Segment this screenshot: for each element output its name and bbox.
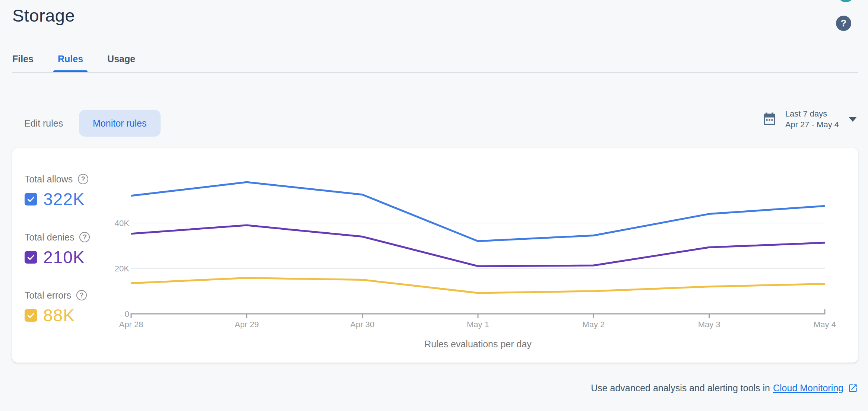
help-icon[interactable]: ? [76, 290, 87, 300]
date-range-picker[interactable]: Last 7 days Apr 27 - May 4 [762, 109, 857, 130]
caret-down-icon [849, 117, 857, 122]
tab-rules[interactable]: Rules [58, 51, 83, 73]
legend-checkbox-2[interactable] [25, 309, 37, 322]
chart-legend: Total allows ? 322K Total denies ? 210K [25, 173, 118, 347]
footer-text: Use advanced analysis and alerting tools… [591, 383, 770, 394]
svg-text:Apr 30: Apr 30 [350, 320, 374, 329]
tab-files[interactable]: Files [12, 51, 34, 73]
help-icon[interactable]: ? [79, 232, 90, 242]
svg-text:May 1: May 1 [467, 320, 489, 329]
footer-note: Use advanced analysis and alerting tools… [591, 383, 858, 394]
external-link-icon [848, 383, 858, 393]
tab-divider [12, 72, 858, 73]
date-range-text: Last 7 days Apr 27 - May 4 [785, 109, 839, 130]
legend-entry-denies: Total denies ? 210K [25, 231, 118, 267]
legend-label: Total denies [25, 232, 74, 243]
svg-text:20K: 20K [115, 264, 129, 273]
svg-text:May 2: May 2 [582, 320, 605, 329]
question-mark-icon: ? [841, 18, 846, 29]
legend-checkbox-1[interactable] [25, 251, 37, 264]
svg-text:Apr 28: Apr 28 [119, 320, 143, 329]
check-icon [26, 195, 35, 204]
line-chart: 020K40KApr 28Apr 29Apr 30May 1May 2May 3… [108, 154, 838, 341]
legend-value-2: 88K [43, 305, 75, 325]
calendar-icon [762, 112, 777, 127]
chart-caption: Rules evaluations per day [131, 339, 825, 350]
check-icon [26, 311, 35, 320]
legend-entry-allows: Total allows ? 322K [25, 173, 118, 209]
svg-text:May 3: May 3 [698, 320, 720, 329]
svg-text:0: 0 [125, 309, 129, 319]
date-range-label: Apr 27 - May 4 [785, 120, 839, 130]
monitor-rules-button[interactable]: Monitor rules [79, 110, 161, 137]
date-preset-label: Last 7 days [785, 109, 839, 119]
cloud-monitoring-link[interactable]: Cloud Monitoring [773, 383, 843, 394]
legend-checkbox-0[interactable] [25, 193, 37, 206]
page-title: Storage [12, 5, 75, 26]
legend-value-0: 322K [43, 189, 85, 209]
tab-bar: Files Rules Usage [12, 51, 868, 73]
monitor-rules-card: Total allows ? 322K Total denies ? 210K [12, 148, 858, 363]
svg-text:40K: 40K [115, 219, 129, 228]
svg-text:Apr 29: Apr 29 [235, 320, 259, 329]
svg-text:May 4: May 4 [814, 320, 836, 329]
check-icon [26, 253, 35, 262]
tab-usage[interactable]: Usage [107, 51, 135, 73]
legend-label: Total errors [25, 290, 71, 301]
help-icon[interactable]: ? [78, 174, 88, 184]
legend-value-1: 210K [43, 247, 85, 267]
edit-rules-button[interactable]: Edit rules [24, 110, 63, 137]
avatar[interactable] [837, 0, 854, 2]
help-button[interactable]: ? [836, 16, 851, 31]
legend-label: Total allows [25, 174, 73, 185]
legend-entry-errors: Total errors ? 88K [25, 289, 118, 325]
